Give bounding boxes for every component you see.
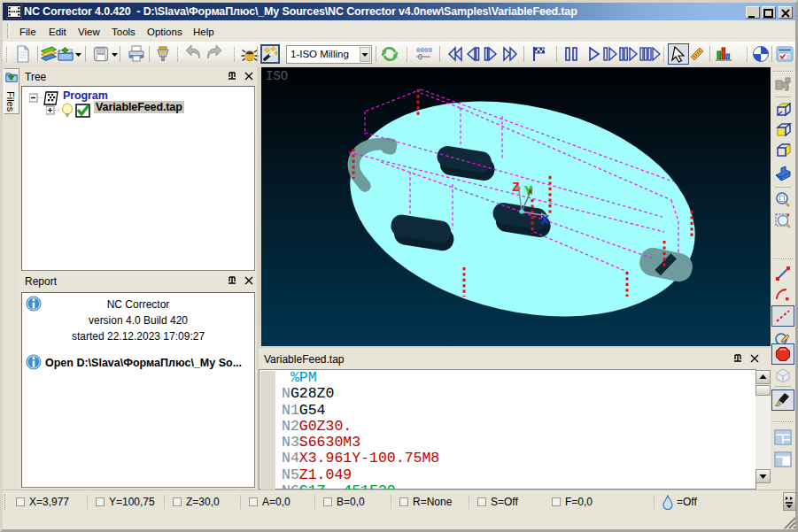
svg-text:Y: Y: [524, 184, 532, 199]
svg-text:0000: 0000: [416, 47, 432, 54]
svg-text:Z: Z: [512, 181, 520, 196]
svg-text:X: X: [541, 213, 549, 228]
svg-text:ISO: ISO: [266, 69, 288, 83]
